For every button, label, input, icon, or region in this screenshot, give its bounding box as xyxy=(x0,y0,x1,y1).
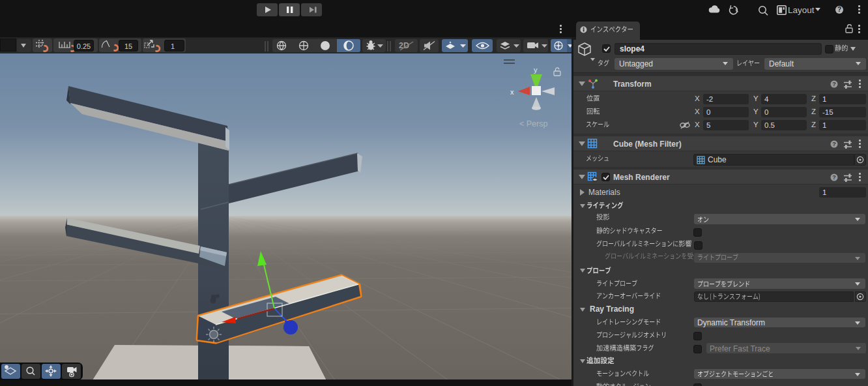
svg-text:?: ? xyxy=(832,81,836,87)
svg-text:< Persp: < Persp xyxy=(519,119,547,128)
svg-text:x: x xyxy=(510,88,514,96)
svg-text:?: ? xyxy=(832,174,836,181)
svg-text:y: y xyxy=(534,66,538,74)
svg-text:?: ? xyxy=(837,6,841,13)
svg-text:?: ? xyxy=(832,141,836,147)
